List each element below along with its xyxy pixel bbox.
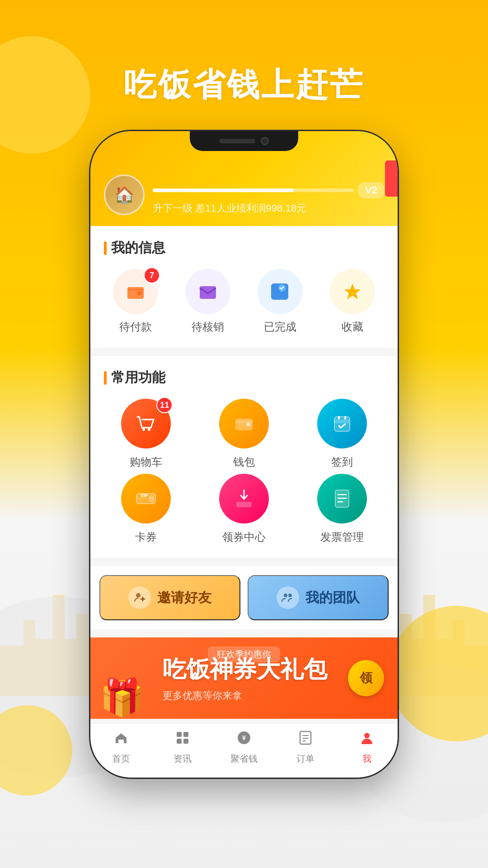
bottom-navigation: 首页 资讯 <box>90 723 398 778</box>
cart-badge: 11 <box>156 397 173 413</box>
svg-rect-1 <box>137 292 142 295</box>
functions-grid: 11 购物车 钱包 <box>90 394 398 558</box>
svg-rect-12 <box>334 417 350 431</box>
home-nav-label: 首页 <box>112 753 130 765</box>
section-indicator <box>104 241 107 255</box>
svg-rect-13 <box>334 420 350 423</box>
my-info-section: 我的信息 7 待付款 <box>90 226 398 348</box>
func-item-invoice[interactable]: 发票管理 <box>295 474 389 544</box>
svg-rect-32 <box>177 739 182 744</box>
func-item-checkin[interactable]: 签到 <box>295 399 389 469</box>
svg-rect-20 <box>236 502 252 507</box>
me-nav-label: 我 <box>362 753 371 765</box>
pending-verify-label: 待核销 <box>192 320 224 334</box>
banner-gift-icon: 🎁 <box>99 676 145 719</box>
level-bar: V2 <box>153 183 384 198</box>
save-icon: ¥ <box>236 730 252 750</box>
level-progress-fill <box>153 189 294 192</box>
invite-icon <box>128 586 151 609</box>
save-nav-label: 聚省钱 <box>230 753 258 765</box>
pending-verify-icon <box>185 269 230 314</box>
completed-icon <box>258 269 303 314</box>
banner-claim-button[interactable]: 领 <box>348 660 384 696</box>
svg-point-11 <box>247 424 249 425</box>
cart-icon: 11 <box>121 399 171 448</box>
func-item-coupon[interactable]: VIP 卡券 <box>99 474 193 544</box>
getcoupon-label: 领券中心 <box>222 530 266 544</box>
svg-point-6 <box>142 428 145 431</box>
svg-rect-19 <box>149 495 154 502</box>
invite-label: 邀请好友 <box>157 589 211 607</box>
completed-label: 已完成 <box>264 320 296 334</box>
info-item-completed[interactable]: 已完成 <box>253 269 307 334</box>
phone-screen: 🏠 V2 升下一级 差11人业绩利润998.18元 我的信息 <box>90 131 398 778</box>
nav-item-orders[interactable]: 订单 <box>278 730 333 765</box>
svg-point-28 <box>284 594 287 597</box>
front-camera <box>261 137 269 145</box>
svg-rect-31 <box>183 732 188 737</box>
svg-rect-2 <box>200 286 216 299</box>
nav-item-me[interactable]: 我 <box>340 730 394 765</box>
checkin-icon <box>317 399 367 448</box>
nav-item-home[interactable]: 首页 <box>94 730 148 765</box>
phone-mockup: 🏠 V2 升下一级 差11人业绩利润998.18元 我的信息 <box>90 131 398 778</box>
func-item-getcoupon[interactable]: 领券中心 <box>197 474 291 544</box>
speaker <box>219 139 255 143</box>
my-team-button[interactable]: 我的团队 <box>248 575 389 620</box>
invite-friend-button[interactable]: 邀请好友 <box>99 575 240 620</box>
action-buttons-row: 邀请好友 我的团队 <box>90 566 398 629</box>
favorites-label: 收藏 <box>342 320 363 334</box>
banner-sub-text: 更多优惠等你来拿 <box>163 689 327 703</box>
favorites-icon <box>330 269 375 314</box>
level-badge: V2 <box>358 183 384 198</box>
app-tagline: 吃饭省钱上赶芒 <box>0 63 488 107</box>
orders-icon <box>297 730 314 750</box>
pending-payment-badge: 7 <box>144 267 160 283</box>
common-functions-section: 常用功能 11 购物车 <box>90 356 398 558</box>
pending-payment-label: 待付款 <box>119 320 152 334</box>
invoice-icon <box>317 474 367 524</box>
svg-marker-5 <box>344 283 361 299</box>
my-info-title: 我的信息 <box>111 239 165 257</box>
avatar[interactable]: 🏠 <box>104 175 145 215</box>
wallet-label: 钱包 <box>233 455 255 469</box>
promo-banner[interactable]: 狂欢季约惠你 🎁 吃饭神券大礼包 更多优惠等你来拿 领 <box>90 637 398 719</box>
svg-point-40 <box>364 733 370 738</box>
nav-item-news[interactable]: 资讯 <box>155 730 210 765</box>
invoice-label: 发票管理 <box>320 530 364 544</box>
banner-main-text: 吃饭神券大礼包 <box>163 654 327 685</box>
getcoupon-icon <box>219 474 269 524</box>
coupon-label: 卡券 <box>135 530 157 544</box>
header-red-tab[interactable] <box>385 160 398 197</box>
func-item-wallet[interactable]: 钱包 <box>197 399 291 469</box>
team-icon <box>277 586 299 609</box>
cart-label: 购物车 <box>130 455 162 469</box>
info-item-favorites[interactable]: 收藏 <box>325 269 380 334</box>
news-nav-label: 资讯 <box>174 753 192 765</box>
phone-notch <box>190 131 298 151</box>
coupon-icon: VIP <box>121 474 171 524</box>
team-label: 我的团队 <box>305 589 360 607</box>
my-info-icons-row: 7 待付款 待核销 <box>90 264 398 348</box>
svg-rect-30 <box>177 732 182 737</box>
functions-indicator <box>104 371 107 385</box>
info-item-pending-verify[interactable]: 待核销 <box>181 269 235 334</box>
home-icon <box>113 730 129 750</box>
banner-text-area: 吃饭神券大礼包 更多优惠等你来拿 <box>163 654 327 703</box>
svg-rect-33 <box>183 739 188 744</box>
header-info: V2 升下一级 差11人业绩利润998.18元 <box>145 183 384 215</box>
wallet-icon <box>219 399 269 448</box>
pending-payment-icon: 7 <box>113 269 158 314</box>
svg-point-7 <box>148 428 150 431</box>
nav-item-save[interactable]: ¥ 聚省钱 <box>217 730 271 765</box>
common-functions-header: 常用功能 <box>90 356 398 394</box>
news-icon <box>174 730 191 750</box>
me-icon <box>359 730 375 750</box>
orders-nav-label: 订单 <box>296 753 314 765</box>
my-info-header: 我的信息 <box>90 226 398 264</box>
svg-text:VIP: VIP <box>141 493 148 498</box>
svg-rect-14 <box>338 416 340 420</box>
svg-rect-15 <box>344 416 346 420</box>
func-item-cart[interactable]: 11 购物车 <box>99 399 193 469</box>
info-item-pending-payment[interactable]: 7 待付款 <box>108 269 163 334</box>
